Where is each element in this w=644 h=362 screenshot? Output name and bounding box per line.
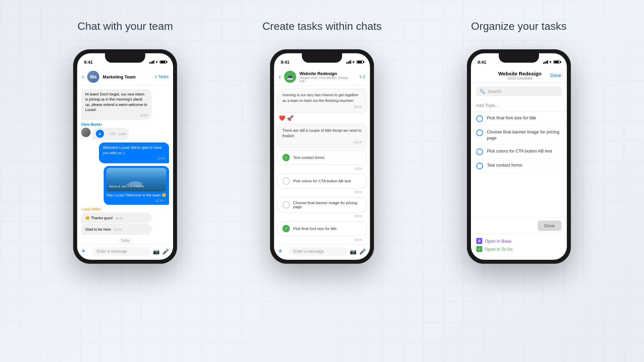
- chat-input-bar-1: + Enter a message 📷 🎤: [77, 244, 173, 258]
- status-icons-2: ▾: [346, 60, 363, 64]
- avatar-voice: ▶ 0:09 12:09: [81, 128, 169, 140]
- status-icons-1: ▾: [149, 60, 166, 64]
- battery-icon-1: [160, 60, 166, 64]
- phone-notch-3: [499, 53, 539, 63]
- add-button-1[interactable]: +: [81, 247, 89, 255]
- tasks-chat-header: ‹ 💻 Website Redesign Morgan West, Chris …: [274, 68, 370, 86]
- reaction-bar: ❤️ 🚀: [274, 115, 370, 121]
- message-sent-text-1: Welcome Lucas! We're glad to have you wi…: [103, 145, 165, 156]
- tasks-button[interactable]: ≡ Tasks: [155, 74, 169, 79]
- org-task-3[interactable]: Pick colors for CTA button AB test: [471, 145, 567, 159]
- whale-image: WHALE HELLO THERE: [106, 168, 166, 191]
- open-in-todo-link[interactable]: ✓ Open in To Do: [476, 246, 561, 252]
- message-1: Hi team! Don't forget, our new intern is…: [81, 89, 152, 120]
- signal-bar: [152, 61, 153, 64]
- lucas-time-2: 12:12: [114, 228, 122, 231]
- tasks-chat-avatar: 💻: [284, 71, 296, 83]
- org-task-label-3: Pick colors for CTA button AB test: [487, 148, 552, 154]
- org-task-circle-2[interactable]: [476, 129, 483, 136]
- voice-message-container: Chris Becker ▶ 0:09 12:09: [81, 123, 169, 140]
- wifi-icon-3: ▾: [549, 60, 551, 64]
- chat-header-info: Marketing Team: [103, 74, 151, 79]
- chat-header: ‹ Ma Marketing Team ≡ Tasks: [77, 68, 173, 86]
- task-msg-text-1: morning is our very last chance to get t…: [282, 92, 362, 103]
- task-time-4: 12:15: [277, 238, 367, 241]
- tasks-list-icon: ≡: [359, 74, 362, 79]
- column-organize-title: Organize your tasks: [471, 20, 567, 33]
- signal-bars-2: [346, 60, 351, 64]
- base-icon: B: [476, 238, 482, 244]
- org-task-2[interactable]: Choose final banner image for pricing pa…: [471, 126, 567, 145]
- status-time-3: 9:41: [478, 60, 486, 65]
- task-check-done-4: ✓: [282, 225, 290, 232]
- tasks-header-name: Website Redesign: [300, 71, 356, 76]
- signal-bar: [151, 62, 152, 64]
- task-text-3: Choose final banner image for pricing pa…: [293, 201, 362, 209]
- column-tasks: Create tasks within chats 9:41: [228, 20, 416, 264]
- phone-tasks: 9:41 ▾: [270, 49, 374, 264]
- play-button[interactable]: ▶: [96, 130, 104, 138]
- message-input-1[interactable]: Enter a message: [92, 247, 150, 256]
- chat-input-bar-2: + Enter a message 📷 🎤: [274, 244, 370, 258]
- lucas-name: Lucas Miller: [81, 207, 169, 211]
- add-topic[interactable]: Add Topic...: [471, 100, 567, 112]
- open-in-base-link[interactable]: B Open in Base: [476, 238, 561, 244]
- whale-text: WHALE HELLO THERE: [109, 185, 144, 188]
- org-task-circle-3[interactable]: [476, 148, 483, 155]
- mic-icon-2[interactable]: 🎤: [359, 248, 366, 255]
- tasks-count-button[interactable]: ≡ 2: [359, 74, 365, 79]
- signal-bars-1: [149, 60, 154, 64]
- task-item-4[interactable]: ✓ Pick final font size for title: [277, 221, 367, 236]
- back-button[interactable]: ‹: [82, 73, 84, 80]
- message-sent-time-1: 12:10: [103, 156, 165, 161]
- task-time-1: 12:14: [277, 167, 367, 170]
- tasks-header-info: Website Redesign Morgan West, Chris Beck…: [300, 71, 356, 83]
- heart-reaction[interactable]: ❤️: [279, 115, 285, 121]
- tasks-label: Tasks: [158, 74, 169, 79]
- signal-bar: [153, 60, 154, 64]
- voice-bubble[interactable]: ▶ 0:09 12:09: [93, 128, 129, 140]
- status-time-2: 9:41: [281, 60, 289, 65]
- task-item-1[interactable]: ✓ Test contact forms: [277, 150, 367, 165]
- add-button-2[interactable]: +: [278, 247, 286, 255]
- page-wrapper: Chat with your team 9:41: [0, 0, 644, 362]
- camera-icon-2[interactable]: 📷: [350, 248, 357, 255]
- message-input-2[interactable]: Enter a message: [289, 247, 347, 256]
- lucas-msg-2: Glad to be here. 12:12: [81, 224, 152, 235]
- organize-chat-name: Website Redesign: [498, 71, 541, 76]
- org-task-1[interactable]: Pick final font size for title: [471, 112, 567, 126]
- column-tasks-title: Create tasks within chats: [262, 20, 382, 33]
- search-bar[interactable]: 🔍 Search: [476, 86, 562, 96]
- image-time: 12:11 ✓: [106, 198, 166, 203]
- task-item-3[interactable]: Choose final banner image for pricing pa…: [277, 197, 367, 213]
- columns-container: Chat with your team 9:41: [27, 20, 617, 264]
- message-sent-1: Welcome Lucas! We're glad to have you wi…: [99, 142, 169, 163]
- phone-screen-2: 9:41 ▾: [274, 53, 370, 260]
- org-task-circle-4[interactable]: [476, 163, 483, 169]
- lucas-messages: Lucas Miller 😊 Thanks guys! 12:12 Glad t…: [81, 207, 169, 235]
- base-svg: B: [476, 238, 482, 244]
- column-organize: Organize your tasks 9:41: [425, 20, 613, 264]
- done-button[interactable]: Done: [538, 221, 561, 231]
- tasks-chat-area: morning is our very last chance to get t…: [274, 86, 370, 244]
- org-task-label-1: Pick final font size for title: [487, 115, 536, 121]
- back-button-2[interactable]: ‹: [279, 73, 281, 80]
- svg-text:B: B: [478, 239, 480, 243]
- task-item-2[interactable]: Pick colors for CTA button AB test: [277, 174, 367, 188]
- org-task-circle-1[interactable]: [476, 115, 483, 122]
- battery-fill: [160, 61, 165, 63]
- status-time-1: 9:41: [84, 60, 93, 65]
- organize-content: 🔍 Search Add Topic... Pick final font si…: [471, 83, 567, 256]
- org-task-4[interactable]: Test contact forms: [471, 159, 567, 173]
- mic-icon-1[interactable]: 🎤: [162, 248, 169, 255]
- open-base-label: Open in Base: [485, 239, 512, 244]
- org-task-label-2: Choose final banner image for pricing pa…: [487, 129, 561, 141]
- phone-organize: 9:41 ▾: [467, 49, 571, 264]
- message-text-1: Hi team! Don't forget, our new intern is…: [85, 92, 148, 113]
- status-icons-3: ▾: [543, 60, 560, 64]
- camera-icon-1[interactable]: 📷: [153, 248, 160, 255]
- done-header-button[interactable]: Done: [550, 73, 561, 78]
- svg-text:✓: ✓: [478, 248, 481, 251]
- rocket-reaction[interactable]: 🚀: [287, 115, 293, 121]
- task-text-4: Pick final font size for title: [293, 227, 337, 231]
